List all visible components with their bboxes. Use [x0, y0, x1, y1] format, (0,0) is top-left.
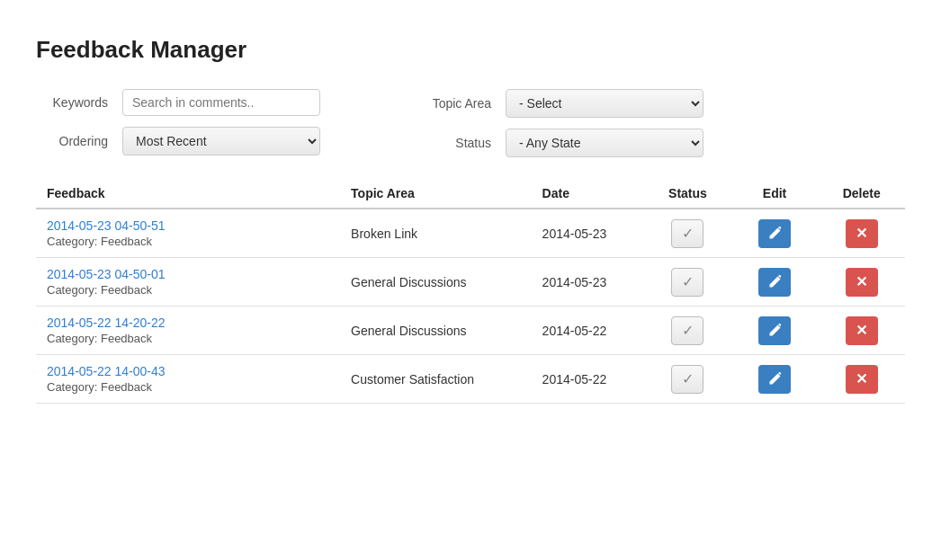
table-header-row: Feedback Topic Area Date Status Edit Del… — [36, 179, 905, 209]
feedback-link[interactable]: 2014-05-22 14-20-22 — [47, 316, 329, 330]
ordering-row: Ordering Most Recent Oldest Alphabetical — [36, 127, 320, 156]
col-header-feedback: Feedback — [36, 179, 340, 209]
status-cell: ✓ — [644, 209, 731, 258]
edit-cell — [731, 209, 819, 258]
feedback-link[interactable]: 2014-05-23 04-50-51 — [47, 218, 329, 233]
feedback-cell: 2014-05-22 14-20-22 Category: Feedback — [36, 307, 340, 355]
delete-button[interactable]: ✕ — [846, 219, 878, 248]
date-cell: 2014-05-23 — [532, 209, 645, 258]
topic-area-cell: General Discussions — [340, 258, 532, 307]
table-row: 2014-05-23 04-50-51 Category: Feedback B… — [36, 209, 905, 258]
filter-left: Keywords Ordering Most Recent Oldest Alp… — [36, 89, 320, 156]
status-button[interactable]: ✓ — [671, 316, 704, 345]
keywords-input[interactable] — [122, 89, 320, 116]
feedback-cell: 2014-05-23 04-50-51 Category: Feedback — [36, 209, 340, 258]
topic-area-select[interactable]: - Select Broken Link General Discussions… — [506, 89, 704, 118]
edit-cell — [731, 258, 819, 307]
edit-cell — [731, 355, 819, 404]
keywords-label: Keywords — [36, 95, 108, 110]
topic-area-cell: Broken Link — [340, 209, 532, 258]
keywords-row: Keywords — [36, 89, 320, 116]
feedback-category: Category: Feedback — [47, 380, 329, 394]
table-row: 2014-05-22 14-20-22 Category: Feedback G… — [36, 307, 905, 355]
date-cell: 2014-05-23 — [532, 258, 645, 307]
edit-icon — [767, 324, 782, 338]
edit-button[interactable] — [758, 316, 791, 345]
delete-button[interactable]: ✕ — [846, 268, 878, 297]
feedback-table: Feedback Topic Area Date Status Edit Del… — [36, 179, 905, 404]
delete-cell: ✕ — [818, 258, 905, 307]
edit-cell — [731, 307, 819, 355]
feedback-link[interactable]: 2014-05-23 04-50-01 — [47, 267, 329, 281]
delete-button[interactable]: ✕ — [846, 316, 878, 345]
status-button[interactable]: ✓ — [671, 365, 704, 394]
edit-icon — [767, 227, 782, 241]
status-select[interactable]: - Any State Active Inactive — [506, 129, 704, 157]
edit-button[interactable] — [758, 365, 791, 394]
status-button[interactable]: ✓ — [671, 219, 704, 248]
topic-area-cell: General Discussions — [340, 307, 532, 355]
col-header-edit: Edit — [731, 179, 819, 209]
delete-cell: ✕ — [818, 307, 905, 355]
edit-button[interactable] — [758, 219, 791, 248]
date-cell: 2014-05-22 — [532, 307, 645, 355]
status-cell: ✓ — [644, 307, 731, 355]
feedback-cell: 2014-05-23 04-50-01 Category: Feedback — [36, 258, 340, 307]
ordering-select[interactable]: Most Recent Oldest Alphabetical — [122, 127, 320, 156]
feedback-table-section: Feedback Topic Area Date Status Edit Del… — [36, 179, 905, 404]
col-header-status: Status — [644, 179, 731, 209]
status-button[interactable]: ✓ — [671, 268, 704, 297]
feedback-link[interactable]: 2014-05-22 14-00-43 — [47, 364, 329, 378]
table-row: 2014-05-23 04-50-01 Category: Feedback G… — [36, 258, 905, 307]
date-cell: 2014-05-22 — [532, 355, 645, 404]
status-row: Status - Any State Active Inactive — [428, 129, 704, 157]
delete-button[interactable]: ✕ — [846, 365, 878, 394]
status-cell: ✓ — [644, 258, 731, 307]
topic-area-cell: Customer Satisfaction — [340, 355, 532, 404]
edit-icon — [767, 372, 782, 387]
feedback-category: Category: Feedback — [47, 332, 329, 345]
ordering-label: Ordering — [36, 134, 108, 148]
feedback-category: Category: Feedback — [47, 235, 329, 248]
col-header-topic: Topic Area — [340, 179, 532, 209]
topic-area-row: Topic Area - Select Broken Link General … — [428, 89, 704, 118]
delete-cell: ✕ — [818, 209, 905, 258]
delete-cell: ✕ — [818, 355, 905, 404]
status-cell: ✓ — [644, 355, 731, 404]
col-header-date: Date — [532, 179, 645, 209]
status-label: Status — [428, 136, 491, 150]
edit-icon — [767, 275, 782, 289]
edit-button[interactable] — [758, 268, 791, 297]
feedback-category: Category: Feedback — [47, 283, 329, 297]
col-header-delete: Delete — [818, 179, 905, 209]
filter-right: Topic Area - Select Broken Link General … — [428, 89, 704, 157]
filter-section: Keywords Ordering Most Recent Oldest Alp… — [36, 89, 905, 157]
topic-area-label: Topic Area — [428, 96, 491, 111]
feedback-cell: 2014-05-22 14-00-43 Category: Feedback — [36, 355, 340, 404]
page-title: Feedback Manager — [36, 36, 905, 64]
table-row: 2014-05-22 14-00-43 Category: Feedback C… — [36, 355, 905, 404]
